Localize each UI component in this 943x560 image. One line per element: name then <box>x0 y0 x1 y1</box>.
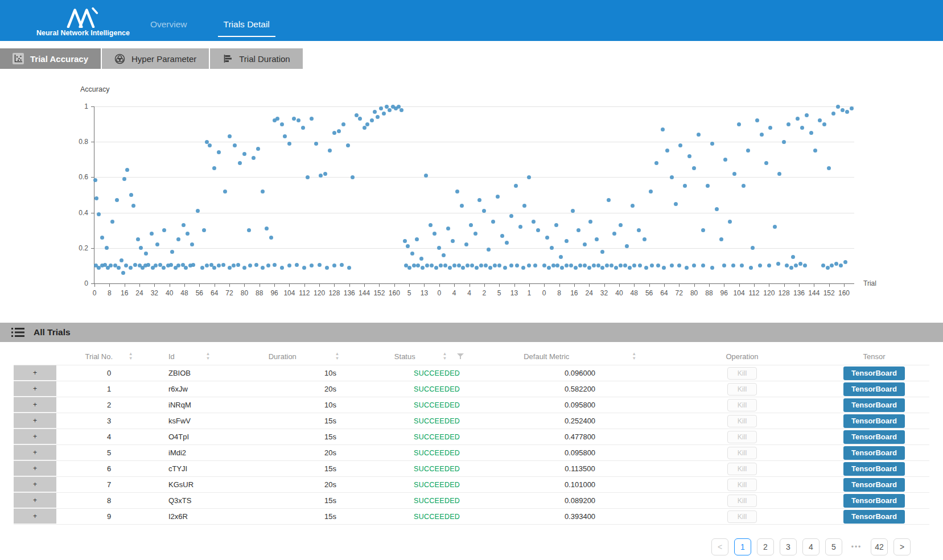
expand-row-button[interactable]: + <box>14 461 56 476</box>
scatter-point <box>287 142 291 146</box>
scatter-point <box>576 228 580 232</box>
scatter-point <box>337 129 341 133</box>
scatter-point <box>473 232 477 236</box>
scatter-point <box>434 266 438 270</box>
scatter-point <box>661 127 665 131</box>
expand-row-button[interactable]: + <box>14 397 56 412</box>
scatter-point <box>363 126 367 130</box>
pagination-page-4[interactable]: 4 <box>802 538 820 555</box>
kill-button[interactable]: Kill <box>727 399 757 411</box>
expand-row-button[interactable]: + <box>14 413 56 428</box>
column-header-operation: Operation <box>665 352 819 361</box>
expand-row-button[interactable]: + <box>14 429 56 444</box>
scatter-point <box>186 232 190 236</box>
scatter-point <box>318 263 322 267</box>
kill-button[interactable]: Kill <box>727 447 757 459</box>
kill-button[interactable]: Kill <box>727 495 757 507</box>
filter-icon[interactable] <box>457 353 464 360</box>
y-gridline <box>94 213 854 213</box>
scatter-point <box>261 266 265 270</box>
kill-button[interactable]: Kill <box>727 367 757 380</box>
tensorboard-button[interactable]: TensorBoard <box>843 382 905 396</box>
pagination-page-5[interactable]: 5 <box>825 538 842 555</box>
tensorboard-button[interactable]: TensorBoard <box>843 398 905 412</box>
pagination-page-3[interactable]: 3 <box>780 538 797 555</box>
tensorboard-button[interactable]: TensorBoard <box>843 494 905 508</box>
x-tick-label: 0 <box>437 289 441 297</box>
scatter-point <box>595 237 599 241</box>
tensorboard-button[interactable]: TensorBoard <box>843 510 905 524</box>
x-tick-label: 128 <box>328 289 340 297</box>
scatter-point <box>841 108 845 112</box>
pagination-prev-button[interactable]: < <box>711 538 728 555</box>
pagination-page-1[interactable]: 1 <box>734 538 751 555</box>
x-tick-mark <box>184 283 185 287</box>
nav-overview[interactable]: Overview <box>150 17 187 32</box>
scatter-point <box>325 266 329 270</box>
scatter-point <box>109 263 113 267</box>
expand-row-button[interactable]: + <box>14 365 56 380</box>
scatter-point <box>782 140 786 144</box>
tensorboard-button[interactable]: TensorBoard <box>843 430 905 444</box>
expand-row-button[interactable]: + <box>14 477 56 492</box>
scatter-point <box>628 266 632 270</box>
scatter-point <box>746 149 750 153</box>
scatter-point <box>521 266 525 270</box>
x-tick-label: 24 <box>586 289 593 297</box>
scatter-point <box>843 260 847 264</box>
scatter-point <box>340 263 344 267</box>
scatter-point <box>803 263 807 267</box>
tensorboard-button[interactable]: TensorBoard <box>843 462 905 476</box>
pagination-page-2[interactable]: 2 <box>757 538 774 555</box>
scatter-point <box>527 175 531 179</box>
scatter-point <box>122 177 126 181</box>
expand-row-button[interactable]: + <box>14 509 56 524</box>
scatter-point <box>442 253 446 257</box>
sort-icon[interactable] <box>632 352 636 360</box>
tab-hyper-parameter[interactable]: Hyper Parameter <box>102 48 209 69</box>
kill-button[interactable]: Kill <box>727 415 757 427</box>
expand-row-button[interactable]: + <box>14 445 56 460</box>
scatter-point <box>505 241 509 245</box>
expand-row-button[interactable]: + <box>14 381 56 396</box>
pagination-next-button[interactable]: > <box>893 538 911 555</box>
default-metric-cell: 0.096000 <box>495 369 665 377</box>
sort-icon[interactable] <box>335 352 339 360</box>
scatter-point <box>662 266 666 270</box>
tensorboard-button[interactable]: TensorBoard <box>843 414 905 428</box>
scatter-point <box>785 263 789 267</box>
x-tick-mark <box>544 283 545 287</box>
sort-icon[interactable] <box>206 352 210 360</box>
y-tick-mark <box>91 106 94 107</box>
trial-id-cell: Q3xTS <box>162 496 244 505</box>
tab-trial-accuracy[interactable]: Trial Accuracy <box>0 48 101 69</box>
pagination-page-last[interactable]: 42 <box>871 538 888 555</box>
x-tick-label: 112 <box>299 289 310 297</box>
nav-trials-detail[interactable]: Trials Detail <box>224 17 270 32</box>
default-metric-cell: 0.477800 <box>495 433 665 441</box>
scatter-point <box>346 143 350 147</box>
top-header-bar: Neural Network Intelligence Overview Tri… <box>0 0 943 41</box>
sort-icon[interactable] <box>129 352 133 360</box>
kill-button[interactable]: Kill <box>727 463 757 475</box>
tensorboard-button[interactable]: TensorBoard <box>843 478 905 492</box>
y-gridline <box>94 177 854 178</box>
x-tick-mark <box>709 283 710 287</box>
kill-button[interactable]: Kill <box>727 383 757 396</box>
tensorboard-button[interactable]: TensorBoard <box>843 367 905 380</box>
scatter-point <box>347 266 351 270</box>
scatter-point <box>491 220 495 224</box>
kill-button[interactable]: Kill <box>727 431 757 443</box>
table-row: + 9 I2x6R 15s SUCCEEDED 0.393400 Kill Te… <box>14 509 929 525</box>
tab-trial-duration[interactable]: Trial Duration <box>210 48 302 69</box>
scatter-point <box>600 250 604 254</box>
scatter-point <box>805 113 809 117</box>
tensorboard-button[interactable]: TensorBoard <box>843 446 905 460</box>
kill-button[interactable]: Kill <box>727 479 757 491</box>
kill-button[interactable]: Kill <box>727 510 757 523</box>
scatter-point <box>610 263 613 267</box>
scatter-point <box>217 263 221 267</box>
scatter-point <box>190 242 194 246</box>
expand-row-button[interactable]: + <box>14 493 56 508</box>
sort-icon[interactable] <box>443 352 447 360</box>
